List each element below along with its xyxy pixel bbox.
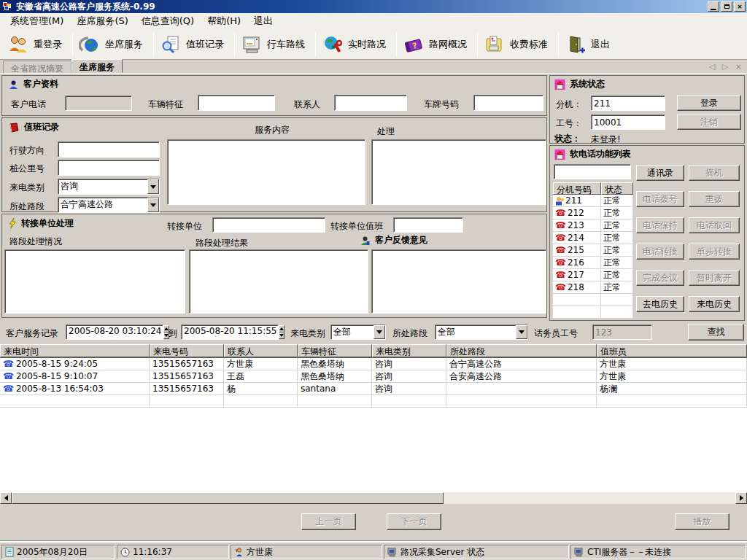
login-button[interactable]: 登录: [677, 95, 741, 111]
table-hscrollbar[interactable]: [0, 492, 747, 504]
toolbar-exit[interactable]: 退出: [560, 31, 619, 58]
toolbar-toll-standard[interactable]: 收费标准: [479, 31, 557, 58]
menu-agent-service[interactable]: 座席服务(S): [71, 13, 133, 29]
handle-textarea[interactable]: [371, 139, 546, 205]
col-contact[interactable]: 联系人: [224, 344, 298, 357]
ext-row[interactable]: ☎216 正常: [553, 257, 633, 269]
phone-icon: ☎: [555, 282, 566, 292]
next-page-button: 下一页: [387, 513, 441, 530]
scrollbar-thumb[interactable]: [12, 492, 444, 504]
extension-list: 分机号码 状态 211 正常 ☎212 正常 ☎213 正常 ☎214 正常 ☎…: [553, 182, 633, 319]
col-road[interactable]: 所处路段: [446, 344, 597, 357]
date-from-picker[interactable]: 2005-08-20 03:10:24: [66, 324, 163, 340]
duty-record-group: 值班记录 服务内容 处理 行驶方向 桩公里号 来电类别 咨询 所处路段 合宁高速…: [1, 117, 547, 212]
feedback-textarea[interactable]: [371, 249, 546, 314]
toolbar-label: 退出: [591, 38, 610, 51]
statusbar-divider: [0, 540, 747, 542]
call-type-combo[interactable]: 咨询: [58, 179, 160, 195]
query-road-combo[interactable]: 全部: [435, 324, 528, 340]
close-button[interactable]: ×: [734, 1, 746, 12]
col-call-time[interactable]: 来电时间: [0, 344, 150, 357]
table-row[interactable]: ☎2005-8-15 9:24:05 13515657163 方世康 黑色桑塔纳…: [0, 358, 747, 370]
scroll-right-icon[interactable]: [735, 492, 747, 504]
ext-row[interactable]: 211 正常: [553, 195, 633, 207]
lightning-icon: [8, 218, 17, 229]
col-vehicle[interactable]: 车辆特征: [298, 344, 372, 357]
toolbar-network-overview[interactable]: ? 路网概况: [398, 31, 476, 58]
toolbar-label: 收费标准: [510, 38, 548, 51]
toolbar-separator: [396, 32, 397, 57]
table-row[interactable]: ☎2005-8-15 9:10:07 13515657163 王磊 黑色桑塔纳 …: [0, 370, 747, 383]
chevron-down-icon[interactable]: [147, 179, 159, 194]
title-bar: 安徽省高速公路客户服务系统-0.99 ×: [0, 0, 747, 13]
col-call-number[interactable]: 来电号码: [150, 344, 224, 357]
transfer-button: 电话转接: [636, 244, 684, 260]
road-value: 合宁高速公路: [58, 198, 147, 212]
tab-nav-arrows[interactable]: ◁ ▷ ×: [709, 62, 744, 71]
toolbar-realtime-traffic[interactable]: 实时路况: [317, 31, 395, 58]
duty-record-title: 值班记录: [24, 121, 59, 133]
menu-system[interactable]: 系统管理(M): [4, 13, 69, 29]
dial-number-input[interactable]: [554, 164, 631, 179]
minimize-button[interactable]: [708, 1, 719, 12]
table-row[interactable]: ☎2005-8-13 16:54:03 13515657163 杨 santan…: [0, 383, 747, 395]
ext-row[interactable]: ☎213 正常: [553, 219, 633, 232]
play-button: 播放: [675, 513, 729, 530]
col-duty-officer[interactable]: 值班员: [597, 344, 747, 357]
date-from-value: 2005-08-20 03:10:24: [66, 325, 163, 339]
ext-row[interactable]: ☎212 正常: [553, 207, 633, 219]
direction-input[interactable]: [58, 141, 160, 158]
softphone-group: 软电话功能列表 分机号码 状态 211 正常 ☎212 正常 ☎213 正常 ☎…: [549, 145, 745, 321]
scroll-left-icon[interactable]: [0, 492, 12, 504]
menu-help[interactable]: 帮助(H): [201, 13, 247, 29]
restore-button[interactable]: [721, 1, 732, 12]
transfer-unit-duty-input[interactable]: [393, 217, 463, 233]
address-book-button[interactable]: 通讯录: [636, 165, 684, 181]
query-call-type-combo[interactable]: 全部: [330, 324, 386, 340]
ext-row[interactable]: ☎214 正常: [553, 232, 633, 244]
extension-input[interactable]: [591, 96, 665, 111]
toll-printer-icon: [484, 34, 506, 55]
plate-input[interactable]: [473, 95, 543, 111]
ext-row[interactable]: ☎218 正常: [553, 281, 633, 294]
toolbar-route[interactable]: 行车路线: [236, 31, 314, 58]
tab-agent-service[interactable]: 坐席服务: [71, 59, 123, 73]
incoming-history-button[interactable]: 来电历史: [689, 296, 740, 312]
road-combo[interactable]: 合宁高速公路: [58, 197, 160, 213]
toolbar-duty-record[interactable]: 值班记录: [155, 31, 233, 58]
ext-row[interactable]: ☎217 正常: [553, 269, 633, 281]
service-content-textarea[interactable]: [167, 139, 365, 205]
chevron-down-icon[interactable]: [147, 198, 159, 212]
operator-id-input: [592, 324, 652, 340]
outgoing-history-button[interactable]: 去电历史: [636, 296, 684, 312]
contact-input[interactable]: [334, 95, 407, 111]
tab-province-road-summary[interactable]: 全省路况摘要: [3, 61, 71, 73]
road-handle-label: 路段处理情况: [9, 236, 62, 248]
stake-input[interactable]: [58, 160, 160, 176]
toolbar-separator: [72, 32, 73, 57]
road-result-textarea[interactable]: [189, 249, 368, 314]
date-to-picker[interactable]: 2005-08-20 11:15:55: [181, 324, 279, 340]
chevron-down-icon[interactable]: [516, 325, 527, 339]
ext-col-status[interactable]: 状态: [601, 182, 633, 195]
vehicle-input[interactable]: [198, 95, 275, 111]
feedback-person-icon: [360, 236, 371, 246]
col-call-type[interactable]: 来电类别: [372, 344, 446, 357]
menu-info-query[interactable]: 信息查询(Q): [136, 13, 200, 29]
ext-col-number[interactable]: 分机号码: [553, 182, 601, 195]
search-button[interactable]: 查找: [688, 324, 744, 341]
date-to-spinner[interactable]: [279, 325, 285, 339]
worker-id-input[interactable]: [591, 114, 665, 130]
phone-icon: ☎: [555, 233, 566, 243]
status-time-panel: 11:16:37: [117, 545, 229, 559]
road-handle-textarea[interactable]: [4, 249, 185, 314]
transfer-title: 转接单位处理: [21, 217, 74, 230]
chevron-down-icon[interactable]: [374, 325, 385, 339]
toolbar-agent-service[interactable]: 坐席服务: [74, 31, 152, 58]
transfer-unit-input[interactable]: [212, 217, 325, 233]
toolbar-relogin[interactable]: 重登录: [3, 31, 71, 58]
menu-exit[interactable]: 退出: [248, 13, 279, 29]
service-content-label: 服务内容: [255, 124, 290, 136]
ext-row[interactable]: ☎215 正常: [553, 244, 633, 257]
agent-globe-icon: [79, 34, 101, 55]
